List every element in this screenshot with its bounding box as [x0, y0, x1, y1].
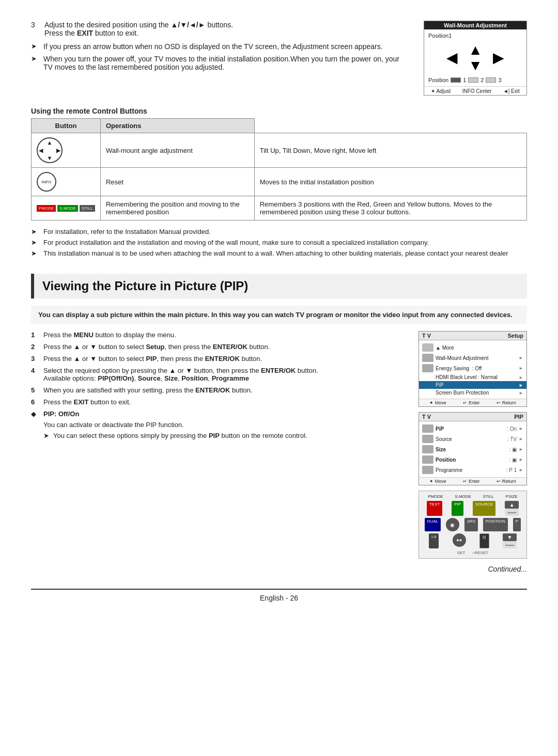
remote-position-btn[interactable]: POSITION	[483, 518, 508, 531]
osd-pip-arrow-1: ►	[519, 426, 523, 431]
op3-label: Remembering the position and moving to t…	[106, 200, 240, 216]
pip-step-3: 3 Press the ▲ or ▼ button to select PIP,…	[31, 355, 408, 363]
btn-cell-modes: PMODE S.MODE STILL	[32, 196, 101, 220]
osd-pip-row-4: Position : ▣ ►	[419, 454, 526, 465]
pmode-btn: PMODE	[37, 205, 56, 212]
osd-pip-arrow-4: ►	[519, 457, 523, 462]
steps-and-screens: 1 Press the MENU button to display the m…	[31, 331, 527, 559]
osd-arrow-energy: ►	[519, 366, 523, 371]
ops-cell-1: Wall-mount angle adjustment	[100, 133, 254, 168]
osd-pip-source-val: : TV	[507, 436, 517, 442]
step-5-text: When you are satisfied with your setting…	[43, 386, 253, 394]
inst-bullet-2: ➤ For product installation and the insta…	[31, 239, 527, 246]
top-section: 3 Adjust to the desired position using t…	[31, 21, 527, 96]
osd-icon-energy	[422, 364, 433, 372]
remote-srs-btn[interactable]: SRS	[464, 518, 478, 531]
ops-cell-5: Remembering the position and moving to t…	[100, 196, 254, 220]
step-3: 3 Adjust to the desired position using t…	[31, 21, 408, 37]
op2-label: Reset	[106, 178, 123, 186]
pip-sub-bullet-text: You can select these options simply by p…	[53, 432, 307, 439]
osd-pip-pos-val: : ▣	[509, 457, 517, 463]
osd-screen-label: Screen Burn Protection	[422, 390, 517, 396]
step-1-text: Press the MENU button to display the men…	[43, 331, 176, 339]
bullet-1-text: If you press an arrow button when no OSD…	[43, 42, 383, 51]
osd-icon-more	[422, 343, 433, 352]
osd-arrow-screen: ►	[519, 390, 523, 396]
step-3-text: Adjust to the desired position using the…	[44, 21, 233, 37]
osd-pip-pos-label: Position	[436, 457, 507, 463]
remote-eo-btn[interactable]: ⊡	[479, 533, 489, 548]
remote-yellow-btn[interactable]: SOURCE	[473, 501, 495, 516]
bullet-2-text: When you turn the power off, your TV mov…	[43, 55, 408, 71]
osd-row-energy: Energy Saving : Off ►	[419, 363, 526, 373]
remote-round-2[interactable]: ●●	[453, 533, 466, 547]
remote-up-btn[interactable]: ▲	[505, 501, 519, 509]
step-2-num: 2	[31, 343, 39, 351]
osd-row-pip: PiP ►	[419, 381, 526, 389]
inst-bullet-1-text: For installation, refer to the Installat…	[43, 228, 211, 235]
osd-pip-pip-val: : On	[507, 426, 517, 432]
col-operations: Operations	[100, 119, 254, 133]
remote-bot-btns: I-II ●● ⊡ ▼ ••••••	[423, 533, 522, 548]
osd-pip-icon-1	[422, 424, 433, 433]
pos-dot-3	[486, 77, 496, 83]
footer-adjust: ✦ Adjust	[431, 88, 451, 94]
ops-cell-6: Remembers 3 positions with the Red, Gree…	[254, 196, 526, 220]
osd-arrow-wall: ►	[519, 355, 523, 360]
remote-dots-2: ••••••	[503, 542, 517, 548]
arrow-up-down: ▲ ▼	[468, 43, 483, 73]
pip-intro-text: You can display a sub picture within the…	[38, 311, 520, 319]
mode-buttons-icon: PMODE S.MODE STILL	[37, 205, 95, 212]
osd-pip-prog-val: : P 1	[506, 467, 517, 473]
osd-energy-label: Energy Saving : Off	[436, 366, 517, 371]
step-4-num: 4	[31, 367, 39, 382]
continued-text: Continued...	[31, 565, 527, 573]
osd-pip-row-5: Programme : P 1 ►	[419, 465, 526, 475]
pip-step-1: 1 Press the MENU button to display the m…	[31, 331, 408, 339]
step-1-num: 1	[31, 331, 39, 339]
osd-footer-return: ↩ Return	[497, 400, 516, 405]
arrow-icon-1: ➤	[31, 228, 39, 235]
remote-red-btn[interactable]: TEXT	[427, 501, 442, 516]
remote-circle-btn[interactable]: ◉	[446, 518, 459, 531]
osd-footer-move: ✦ Move	[429, 400, 446, 405]
remote-green-btn[interactable]: PIP	[452, 501, 463, 516]
arrow-icon-2: ➤	[31, 239, 39, 246]
pos-dot-2	[468, 77, 478, 83]
smode-label: S.MODE	[455, 494, 471, 499]
pip-sub-bullet-item: ➤ You can select these options simply by…	[43, 432, 408, 439]
remote-dual-btn[interactable]: DUAL	[425, 518, 441, 531]
remote-top-row: PMODE S.MODE STILL PSIZE	[423, 494, 522, 499]
pos-3-label: 3	[498, 77, 501, 83]
table-row: ▲ ▼ ◀ ▶ Wall-mount angle adjustment Tilt…	[32, 133, 527, 168]
remote-mid-btns: DUAL ◉ SRS POSITION P	[423, 518, 522, 531]
btn-cell-info: INFO	[32, 168, 101, 196]
operations-table: Button Operations ▲ ▼ ◀ ▶	[31, 118, 527, 220]
osd-icon-wall	[422, 354, 433, 362]
still-label: STILL	[483, 494, 494, 499]
osd-pip-footer-enter: ↵ Enter	[463, 479, 479, 484]
arrow-left: ◀	[39, 147, 43, 154]
osd-setup-tv-label: T V	[422, 333, 431, 339]
osd-pip-box: T V PIP PiP : On ► Source : TV ►	[419, 412, 527, 485]
pip-step-6: 6 Press the EXIT button to exit.	[31, 398, 408, 406]
pip-section-title: Viewing the Picture in Picture (PIP)	[42, 279, 519, 293]
remote-panel: PMODE S.MODE STILL PSIZE TEXT PIP SOURCE…	[419, 491, 527, 559]
osd-wall-label: Wall-Mount Adjustment	[436, 355, 517, 361]
arrow-up-icon: ▲	[468, 43, 483, 57]
footer-center: INFO Center	[462, 88, 492, 94]
remote-i-ii-btn[interactable]: I-II	[429, 533, 439, 548]
osd-pip-icon-4	[422, 455, 433, 464]
top-left-content: 3 Adjust to the desired position using t…	[31, 21, 408, 96]
remote-down-btn[interactable]: ▼	[503, 533, 517, 541]
osd-pip-row-3: Size : ▣ ►	[419, 444, 526, 454]
op2-desc: Moves to the initial installation positi…	[260, 178, 374, 186]
position-row-label: Position	[428, 77, 448, 83]
remote-p-btn[interactable]: P	[513, 518, 521, 531]
arrow-symbol-2: ➤	[31, 55, 39, 71]
step-5-num: 5	[31, 386, 39, 394]
osd-pip-source-label: Source	[436, 436, 505, 442]
wall-mount-positions: Position 1 2 3	[428, 77, 522, 83]
inst-bullet-3: ➤ This installation manual is to be used…	[31, 249, 527, 257]
osd-pip-row-1: PiP : On ►	[419, 423, 526, 434]
